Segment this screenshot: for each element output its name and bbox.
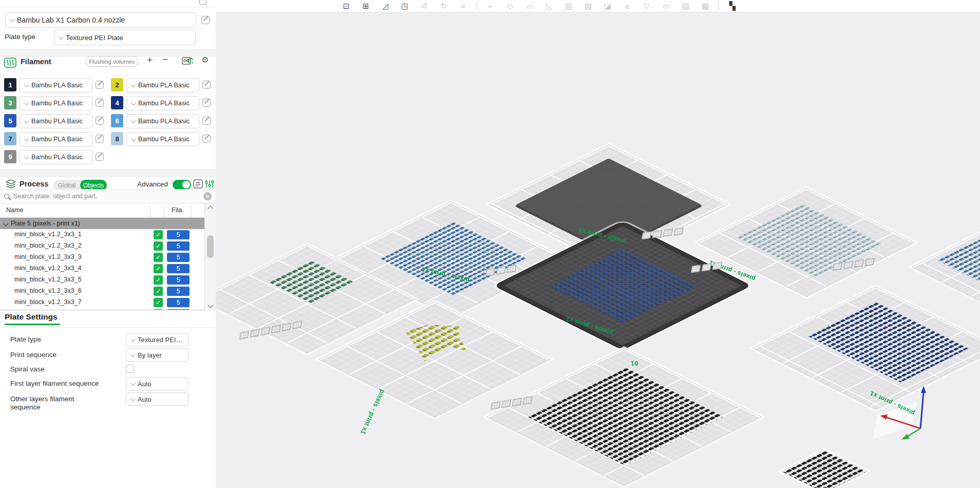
plate-right-navy[interactable] (752, 287, 980, 410)
printable-checkbox[interactable]: ✓ (154, 287, 163, 296)
object-row[interactable]: mini_block_v1.2_3x3_2✓5 (0, 240, 204, 252)
scroll-down-icon[interactable] (208, 302, 213, 308)
viewport-3d[interactable]: ⊡⊞◿◳↺↻≡+◇▱◺▥▨◪a▽▭▤▦▚ pixels - print x1pi… (216, 0, 980, 488)
scroll-up-icon[interactable] (208, 205, 213, 211)
filament-select-5[interactable]: Bambu PLA Basic (20, 114, 92, 128)
object-row[interactable]: mini_block_v1.2_3x3_4✓5 (0, 263, 204, 274)
ams-sync-icon[interactable] (182, 57, 193, 66)
plate-right-navy-model[interactable] (807, 302, 969, 383)
plate-bottom-left-yellow-model[interactable] (385, 315, 488, 367)
setting-select-print-sequence[interactable]: By layer (126, 348, 189, 362)
plate-type-select[interactable]: Textured PEI Plate (54, 30, 196, 45)
move-icon[interactable]: + (484, 1, 497, 12)
plate-icon[interactable] (691, 265, 701, 273)
edit-filament-icon-3[interactable] (96, 99, 104, 107)
split-icon[interactable]: ▥ (562, 1, 575, 12)
plate-icon[interactable] (843, 261, 853, 269)
plate-icon[interactable] (642, 232, 651, 239)
plate-5-active-model[interactable] (549, 249, 696, 323)
filament-slot-2[interactable]: 2 (111, 78, 123, 91)
edit-filament-icon-1[interactable] (96, 81, 104, 89)
edit-filament-icon-2[interactable] (202, 81, 211, 89)
filament-badge[interactable]: 5 (167, 264, 190, 273)
plate-icon[interactable] (674, 228, 684, 235)
filament-badge[interactable]: 5 (167, 309, 190, 310)
filament-select-1[interactable]: Bambu PLA Basic (20, 78, 92, 92)
clone-icon[interactable]: ▨ (582, 1, 594, 12)
filament-badge[interactable]: 5 (167, 230, 190, 239)
filament-slot-4[interactable]: 4 (111, 96, 123, 109)
plate-far-right[interactable] (911, 218, 980, 316)
filament-slot-8[interactable]: 8 (111, 132, 123, 145)
printable-checkbox[interactable]: ✓ (154, 298, 163, 307)
object-list-scrollbar[interactable] (204, 203, 216, 311)
flushing-volumes-button[interactable]: Flushing volumes (85, 56, 139, 67)
add-plate-icon[interactable]: ⊞ (360, 1, 372, 12)
object-row[interactable]: mini_block_v1.2_3x3_1✓5 (0, 229, 204, 240)
printer-select[interactable]: Bambu Lab X1 Carbon 0.4 nozzle (5, 12, 196, 28)
measure-icon[interactable]: ▭ (660, 1, 672, 12)
collapse-icon[interactable] (199, 0, 206, 5)
layers-icon[interactable]: ≡ (457, 1, 469, 12)
cluster-bottom-right[interactable] (781, 450, 868, 488)
edit-filament-icon-9[interactable] (96, 153, 104, 161)
cluster-bottom-right-model[interactable] (782, 451, 866, 488)
edit-filament-icon-5[interactable] (96, 117, 104, 125)
filament-badge[interactable]: 5 (167, 298, 190, 307)
redo-icon[interactable]: ↻ (438, 1, 450, 12)
paint-icon[interactable]: ▽ (640, 1, 653, 12)
tab-global[interactable]: Global (53, 182, 80, 189)
object-row[interactable]: mini_block_v1.2_3x3_7✓5 (0, 297, 204, 308)
edit-printer-icon[interactable] (201, 16, 210, 24)
edit-filament-icon-8[interactable] (202, 135, 211, 143)
rotate-icon[interactable]: ◇ (504, 1, 516, 12)
plate-icon[interactable] (865, 258, 875, 266)
process-tune-icon[interactable] (205, 179, 214, 189)
plate-icon[interactable] (663, 229, 673, 236)
object-row[interactable]: mini_block_v1.2_3x3_6✓5 (0, 286, 204, 297)
object-row[interactable]: mini_block_v1.2_3x3_8✓5 (0, 308, 204, 310)
edit-filament-icon-4[interactable] (202, 99, 211, 107)
setting-select-plate-type[interactable]: Textured PEI… (126, 333, 189, 346)
plate-row[interactable]: Plate 5 (pixels - print x1) (0, 218, 204, 229)
edit-filament-icon-6[interactable] (202, 117, 211, 125)
cut-icon[interactable]: ◪ (601, 1, 614, 12)
lay-flat-icon[interactable]: ◺ (543, 1, 555, 12)
printable-checkbox[interactable]: ✓ (154, 241, 163, 251)
printable-checkbox[interactable]: ✓ (154, 253, 163, 262)
plate-icon[interactable] (239, 331, 249, 340)
edit-filament-icon-7[interactable] (96, 135, 104, 143)
filament-select-8[interactable]: Bambu PLA Basic (126, 132, 199, 146)
printable-checkbox[interactable]: ✓ (154, 230, 163, 239)
search-input[interactable] (12, 192, 200, 200)
arrange-icon[interactable]: ◳ (399, 1, 411, 12)
assembly-icon[interactable]: ▚ (726, 1, 739, 12)
plate-icon[interactable] (491, 401, 500, 409)
parameter-list-icon[interactable] (193, 179, 203, 189)
plate-icon[interactable] (652, 230, 662, 238)
filament-slot-1[interactable]: 1 (4, 78, 16, 91)
setting-select-first-layer-filament-sequence[interactable]: Auto (126, 377, 189, 390)
scrollbar-thumb[interactable] (207, 235, 214, 258)
plate-icon[interactable] (712, 262, 722, 270)
filament-badge[interactable]: 5 (167, 275, 190, 285)
remove-filament-button[interactable]: − (162, 55, 168, 64)
add-model-icon[interactable]: ⊡ (340, 1, 352, 12)
advanced-toggle[interactable] (173, 180, 191, 190)
filament-select-2[interactable]: Bambu PLA Basic (126, 78, 199, 92)
setting-checkbox-spiral-vase[interactable] (126, 365, 134, 373)
clear-search-icon[interactable]: ✕ (203, 192, 212, 200)
filament-select-7[interactable]: Bambu PLA Basic (20, 132, 92, 146)
printable-checkbox[interactable]: ✓ (154, 309, 163, 310)
object-row[interactable]: mini_block_v1.2_3x3_3✓5 (0, 252, 204, 263)
setting-select-other-layers-filament-sequence[interactable]: Auto (126, 392, 189, 406)
support-icon[interactable]: ▦ (699, 1, 711, 12)
scene[interactable]: pixels - print x1pixels - print x1pixels… (216, 0, 980, 488)
plate-icon[interactable] (250, 329, 259, 337)
printable-checkbox[interactable]: ✓ (154, 264, 163, 273)
scale-icon[interactable]: ▱ (523, 1, 536, 12)
plate-bottom-center-black-model[interactable] (527, 367, 724, 465)
filament-slot-9[interactable]: 9 (4, 150, 16, 163)
auto-orient-icon[interactable]: ◿ (379, 1, 391, 12)
filament-slot-5[interactable]: 5 (4, 114, 16, 127)
